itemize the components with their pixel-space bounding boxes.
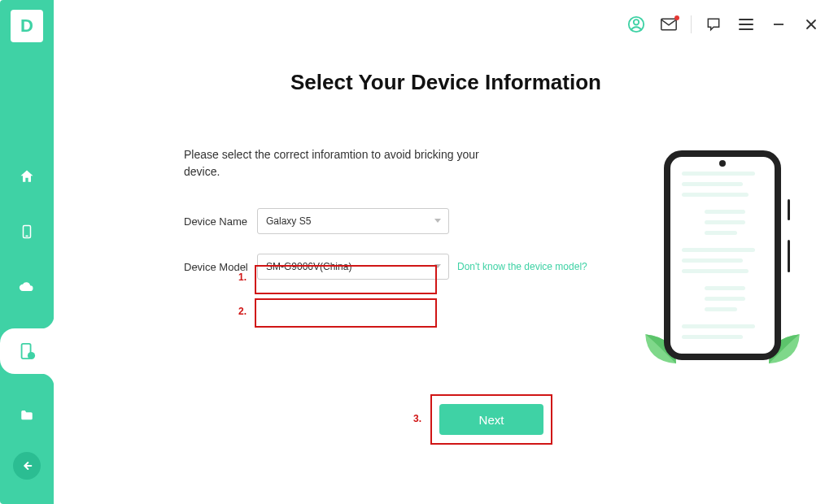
close-icon	[805, 19, 817, 30]
titlebar	[54, 0, 838, 42]
select-device-model-value: SM-G9006V(China)	[266, 261, 351, 272]
select-device-name[interactable]: Galaxy S5	[257, 208, 449, 234]
app-window: D ! Select Your Device Information Pleas…	[0, 0, 838, 504]
sidebar: D !	[0, 0, 54, 504]
phone-screen	[670, 157, 775, 360]
back-arrow-icon	[20, 459, 33, 472]
feedback-button[interactable]	[700, 12, 727, 37]
select-device-name-value: Galaxy S5	[266, 215, 311, 227]
svg-point-6	[634, 20, 639, 24]
sidebar-nav: !	[0, 163, 54, 457]
phone-side-btn-1	[788, 199, 790, 220]
sidebar-item-cloud[interactable]	[13, 273, 41, 301]
back-button[interactable]	[13, 452, 41, 480]
mail-icon	[661, 18, 677, 31]
phone-side-btn-2	[788, 240, 790, 272]
phone-alert-icon: !	[18, 341, 36, 361]
sidebar-item-home[interactable]	[13, 163, 41, 190]
mail-button[interactable]	[655, 12, 683, 37]
label-device-name: Device Name	[184, 215, 257, 228]
select-device-model[interactable]: SM-G9006V(China)	[257, 254, 449, 280]
main-panel: Select Your Device Information Please se…	[54, 0, 838, 504]
help-link[interactable]: Don't know the device model?	[457, 261, 587, 272]
close-button[interactable]	[797, 12, 825, 37]
menu-icon	[739, 19, 753, 30]
phone-body	[664, 150, 781, 360]
folder-icon	[19, 408, 35, 423]
annotation-box-2	[255, 298, 437, 328]
cloud-icon	[19, 279, 35, 295]
app-logo: D	[11, 10, 43, 42]
sidebar-item-phone[interactable]	[13, 218, 41, 245]
minimize-button[interactable]	[765, 12, 792, 37]
annotation-num-1: 1.	[238, 272, 247, 283]
annotation-num-3: 3.	[413, 413, 421, 424]
mail-badge	[674, 15, 679, 20]
account-button[interactable]	[622, 12, 650, 37]
logo-letter: D	[20, 15, 33, 37]
user-circle-icon	[627, 15, 645, 33]
annotation-num-2: 2.	[238, 306, 247, 317]
next-button[interactable]: Next	[439, 404, 543, 435]
speech-icon	[705, 16, 722, 33]
phone-icon	[20, 223, 34, 241]
hint-text: Please select the correct inforamtion to…	[184, 146, 493, 180]
titlebar-separator	[691, 15, 692, 33]
page-title: Select Your Device Information	[54, 70, 838, 95]
sidebar-item-folder[interactable]	[13, 402, 41, 429]
svg-text:!: !	[30, 352, 32, 359]
minimize-icon	[773, 19, 784, 30]
home-icon	[19, 168, 35, 185]
sidebar-item-repair[interactable]: !	[0, 328, 54, 374]
phone-notch	[719, 160, 726, 167]
menu-button[interactable]	[732, 12, 760, 37]
phone-illustration	[664, 150, 781, 362]
